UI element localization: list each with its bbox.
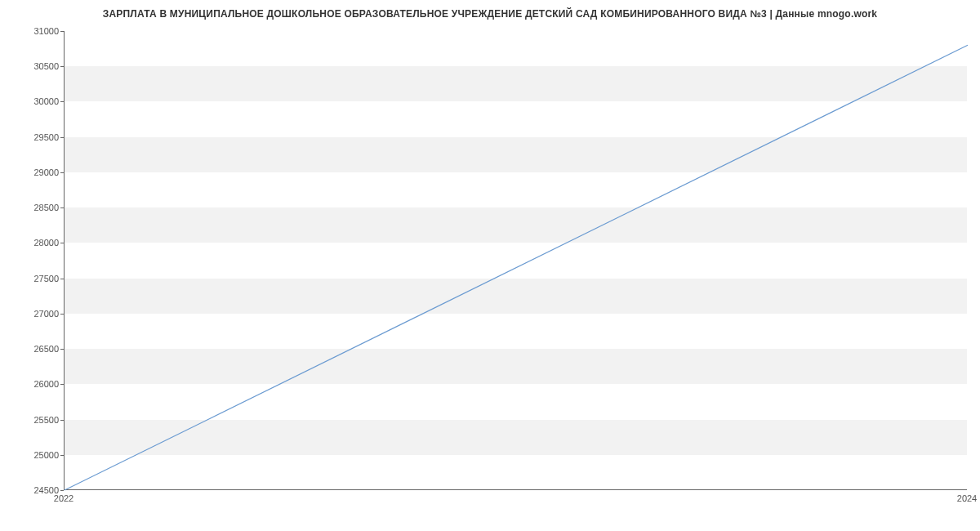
x-tick-label: 2022 xyxy=(54,493,74,503)
y-tick-mark xyxy=(60,279,64,279)
y-tick-label: 25000 xyxy=(10,450,59,460)
y-tick-label: 31000 xyxy=(10,26,59,36)
chart-line xyxy=(65,31,967,489)
y-tick-mark xyxy=(60,243,64,243)
y-tick-mark xyxy=(60,137,64,138)
plot-area xyxy=(64,31,967,490)
y-tick-label: 28000 xyxy=(10,238,59,248)
y-tick-label: 28500 xyxy=(10,203,59,212)
y-tick-mark xyxy=(60,314,64,315)
y-tick-mark xyxy=(60,101,64,102)
y-tick-mark xyxy=(60,207,64,208)
y-tick-label: 26500 xyxy=(10,344,59,354)
y-tick-label: 24500 xyxy=(10,485,59,495)
y-tick-mark xyxy=(60,490,64,491)
y-tick-mark xyxy=(60,172,64,173)
y-tick-mark xyxy=(60,384,64,385)
y-tick-label: 29500 xyxy=(10,132,59,142)
x-tick-label: 2024 xyxy=(957,493,977,503)
y-tick-label: 27000 xyxy=(10,309,59,319)
y-tick-label: 30000 xyxy=(10,96,59,106)
y-tick-mark xyxy=(60,66,64,67)
y-tick-mark xyxy=(60,455,64,456)
y-tick-label: 25500 xyxy=(10,415,59,425)
y-tick-mark xyxy=(60,349,64,350)
y-tick-label: 26000 xyxy=(10,379,59,389)
y-tick-label: 29000 xyxy=(10,167,59,177)
y-tick-mark xyxy=(60,420,64,421)
chart-title: ЗАРПЛАТА В МУНИЦИПАЛЬНОЕ ДОШКОЛЬНОЕ ОБРА… xyxy=(0,8,980,20)
y-tick-mark xyxy=(60,31,64,32)
y-tick-label: 30500 xyxy=(10,61,59,71)
y-tick-label: 27500 xyxy=(10,274,59,283)
